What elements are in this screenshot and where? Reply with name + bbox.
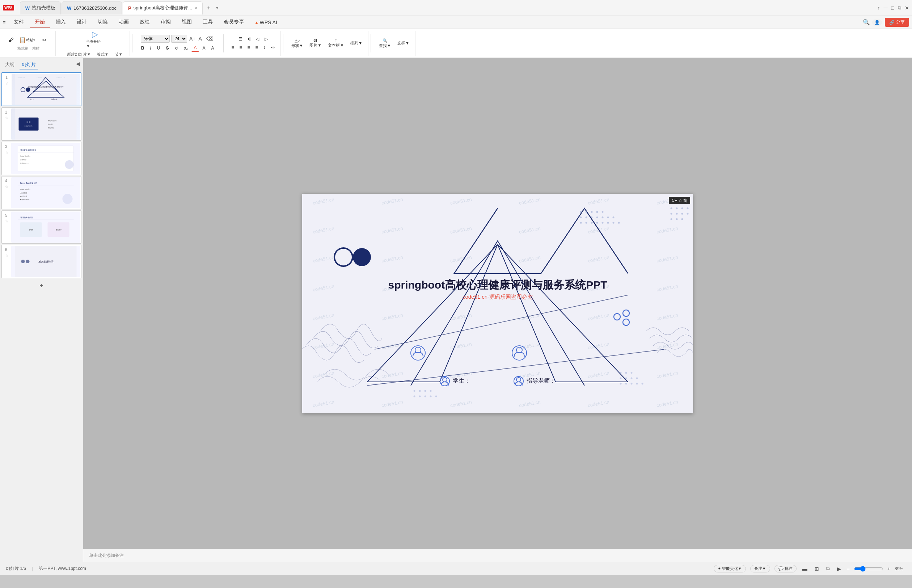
align-left-btn[interactable]: ≡ — [230, 44, 237, 51]
view-reading-btn[interactable]: ⧉ — [825, 565, 831, 572]
view-grid-btn[interactable]: ⊞ — [813, 565, 820, 572]
sidebar-collapse-btn[interactable]: ◀ — [76, 61, 80, 69]
font-color-btn[interactable]: A — [191, 44, 199, 52]
indent-less-btn[interactable]: ◁ — [254, 36, 261, 42]
bullet-list-btn[interactable]: ☰ — [237, 36, 245, 42]
line-spacing-btn[interactable]: ↕ — [261, 44, 268, 51]
textbox-btn[interactable]: T 文本框▼ — [326, 37, 346, 49]
slide-star-2[interactable]: ☆ — [4, 115, 10, 121]
tab-doc[interactable]: W 1678632825306.doc — [62, 2, 122, 15]
bold-btn[interactable]: B — [139, 45, 147, 51]
slide-thumbnail-3[interactable]: 3 ☆ 开发背景及研究意义 Spring Boot是... 系统特点：... 技… — [2, 142, 81, 175]
select-btn[interactable]: 选择▼ — [395, 39, 411, 47]
comment-btn[interactable]: 💬 批注 — [774, 565, 797, 572]
svg-point-144 — [625, 372, 627, 373]
user-icon[interactable]: 👤 — [872, 19, 882, 26]
justify-btn[interactable]: ≡ — [253, 44, 260, 51]
align-right-btn[interactable]: ≡ — [245, 44, 252, 51]
menu-icon[interactable]: ≡ — [3, 19, 6, 25]
ribbon-tab-view[interactable]: 视图 — [177, 17, 197, 28]
ribbon-tab-member[interactable]: 会员专享 — [219, 17, 249, 28]
ribbon-tab-design[interactable]: 设计 — [72, 17, 92, 28]
strikethrough-btn[interactable]: S — [164, 45, 171, 51]
font-increase-btn[interactable]: A+ — [189, 35, 196, 42]
clear-format-btn[interactable]: ⌫ — [206, 35, 214, 42]
smart-beautify-btn[interactable]: ✦ 智能美化▼ — [714, 565, 746, 572]
close-tab-btn[interactable]: ✕ — [194, 6, 197, 10]
section-btn[interactable]: 节▼ — [112, 51, 125, 58]
view-slideshow-btn[interactable]: ▶ — [836, 565, 842, 572]
slide-thumbnail-4[interactable]: 4 ☆ Spring Boot框架介绍 Spring Boot是... ● 自动… — [2, 176, 81, 209]
ribbon-tab-slideshow[interactable]: 放映 — [134, 17, 155, 28]
new-slide-btn[interactable]: 新建幻灯片▼ — [65, 51, 93, 58]
slide-thumbnail-5[interactable]: 5 ☆ 管理员角色类型 管理员 普通用户 — [2, 210, 81, 244]
tab-wps[interactable]: W 找稻壳模板 — [20, 2, 61, 15]
share-btn[interactable]: 🔗分享 — [885, 18, 909, 27]
find-btn[interactable]: 🔍 查找▼ — [377, 37, 393, 50]
ribbon-tab-animation[interactable]: 动画 — [113, 17, 134, 28]
zoom-out-btn[interactable]: − — [847, 566, 850, 572]
minimize-btn[interactable]: ─ — [883, 5, 888, 11]
superscript-btn[interactable]: x² — [172, 45, 180, 51]
zoom-in-btn[interactable]: + — [888, 566, 890, 572]
tab-ppt[interactable]: P springboot高校心理健康评... ✕ — [123, 2, 202, 15]
image-btn[interactable]: 🖼 图片▼ — [307, 37, 324, 49]
slide-title[interactable]: springboot高校心理健康评测与服务系统PPT — [388, 278, 607, 292]
text-direction-btn[interactable]: ⇔ — [269, 44, 277, 51]
slide-star-3[interactable]: ☆ — [4, 149, 10, 155]
sidebar-tab-outline[interactable]: 大纲 — [3, 61, 17, 69]
ribbon-tab-file[interactable]: 文件 — [9, 17, 29, 28]
ribbon-tab-review[interactable]: 审阅 — [156, 17, 176, 28]
zoom-slider[interactable] — [854, 566, 883, 572]
shadow-btn[interactable]: A — [209, 45, 216, 51]
ribbon-tab-wpsai[interactable]: ▲WPS AI — [250, 17, 282, 28]
maximize-btn[interactable]: □ — [891, 5, 894, 11]
indent-more-btn[interactable]: ▷ — [262, 36, 270, 42]
sidebar-tab-slides[interactable]: 幻灯片 — [19, 61, 38, 69]
ribbon-tab-transition[interactable]: 切换 — [92, 17, 113, 28]
svg-point-102 — [623, 310, 629, 317]
ribbon-tab-home[interactable]: 开始 — [30, 17, 50, 28]
ch-badge[interactable]: CH ☆ 简 — [669, 197, 690, 204]
tab-more-btn[interactable]: ▾ — [215, 5, 220, 10]
layout-btn[interactable]: 版式▼ — [94, 51, 111, 58]
view-normal-btn[interactable]: ▬ — [801, 565, 809, 572]
italic-btn[interactable]: I — [147, 45, 153, 51]
subscript-btn[interactable]: x₂ — [182, 45, 190, 51]
align-center-btn[interactable]: ≡ — [237, 44, 244, 51]
notes-bar[interactable]: 单击此处添加备注 — [83, 549, 912, 562]
search-icon[interactable]: 🔍 — [863, 19, 870, 26]
slide-star-5[interactable]: ☆ — [4, 218, 10, 224]
ribbon-tab-insert[interactable]: 插入 — [51, 17, 71, 28]
ribbon-tab-tools[interactable]: 工具 — [198, 17, 218, 28]
format-painter-btn[interactable]: 🖌 — [6, 36, 16, 44]
font-family-select[interactable]: 宋体 — [141, 35, 170, 43]
svg-point-121 — [613, 222, 614, 223]
slide-preview-2: 目录 CONTENTS 系统模块介绍 技术简介 系统实现 — [11, 108, 80, 140]
add-slide-btn[interactable]: + — [2, 279, 81, 292]
start-slide-btn[interactable]: ▷ 当页开始▼ — [84, 29, 106, 49]
backup-btn[interactable]: 备注▼ — [750, 565, 770, 572]
slide-canvas[interactable]: code51.cn code51.cn code51.cn code51.cn … — [302, 194, 693, 414]
slide-star-1[interactable]: ☆ — [5, 80, 10, 86]
arrange-btn[interactable]: 排列▼ — [348, 39, 364, 47]
close-btn[interactable]: ✕ — [905, 5, 909, 11]
slide-thumbnail-6[interactable]: 6 ☆ 感谢老师聆听 — [2, 245, 81, 278]
canvas-scroll[interactable]: code51.cn code51.cn code51.cn code51.cn … — [83, 58, 912, 549]
number-list-btn[interactable]: ⑆ — [246, 36, 253, 42]
restore-btn[interactable]: ⧉ — [898, 5, 901, 11]
add-tab-btn[interactable]: + — [203, 3, 214, 13]
upload-icon[interactable]: ↑ — [878, 5, 880, 10]
slide-thumbnail-2[interactable]: 2 ☆ 目录 CONTENTS 系统模块介绍 技术简介 系统实现 — [2, 107, 81, 141]
paste-btn[interactable]: 📋 粘贴 ▾ — [17, 36, 37, 44]
cut-btn[interactable]: ✂ — [38, 36, 51, 44]
font-decrease-btn[interactable]: A- — [198, 35, 204, 42]
format-painter-icon: 🖌 — [8, 37, 14, 44]
font-size-select[interactable]: 24 — [171, 35, 187, 43]
highlight-btn[interactable]: A — [201, 45, 208, 51]
shapes-btn[interactable]: △○ 形状▼ — [289, 37, 305, 50]
underline-btn[interactable]: U — [155, 45, 162, 51]
slide-star-4[interactable]: ☆ — [4, 184, 10, 190]
slide-star-6[interactable]: ☆ — [4, 252, 10, 258]
slide-thumbnail-1[interactable]: 1 ☆ code51.cn code51.cn code51.cn spring… — [2, 72, 81, 106]
